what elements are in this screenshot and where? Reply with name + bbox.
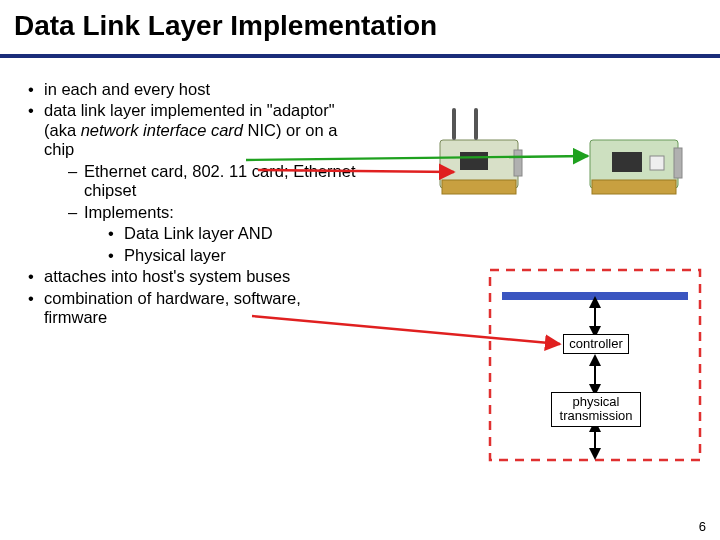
bus-bar xyxy=(502,292,688,300)
svg-rect-5 xyxy=(460,152,488,170)
slide-title: Data Link Layer Implementation xyxy=(14,10,437,42)
page-number: 6 xyxy=(699,519,706,534)
list-item: data link layer implemented in "adaptor"… xyxy=(28,101,368,265)
svg-rect-1 xyxy=(442,180,516,194)
bullet-text: in each and every host xyxy=(44,80,210,98)
bullet-emphasis: network interface card xyxy=(81,121,243,139)
ethernet-nic-icon xyxy=(590,140,682,194)
list-item: Implements: Data Link layer AND Physical… xyxy=(68,203,368,265)
bullet-text: combination of hardware, software, firmw… xyxy=(44,289,301,326)
nic-figure: controller physical transmission xyxy=(420,100,710,480)
bullet-text: Ethernet card, 802. 11 card; Ethernet ch… xyxy=(84,162,356,199)
bullet-text: attaches into host's system buses xyxy=(44,267,290,285)
list-item: Data Link layer AND xyxy=(108,224,368,243)
list-item: in each and every host xyxy=(28,80,368,99)
physical-label: physical transmission xyxy=(551,392,641,427)
bullet-list: in each and every host data link layer i… xyxy=(28,80,368,330)
bullet-text: Implements: xyxy=(84,203,174,221)
title-rule xyxy=(0,54,720,58)
svg-rect-8 xyxy=(674,148,682,178)
list-item: Physical layer xyxy=(108,246,368,265)
list-item: attaches into host's system buses xyxy=(28,267,368,286)
svg-rect-7 xyxy=(592,180,676,194)
svg-rect-10 xyxy=(650,156,664,170)
bullet-text: Physical layer xyxy=(124,246,226,264)
list-item: combination of hardware, software, firmw… xyxy=(28,289,368,328)
controller-label: controller xyxy=(563,334,629,354)
svg-rect-2 xyxy=(514,150,522,176)
bullet-text: Data Link layer AND xyxy=(124,224,273,242)
wireless-nic-icon xyxy=(440,110,522,194)
svg-rect-9 xyxy=(612,152,642,172)
list-item: Ethernet card, 802. 11 card; Ethernet ch… xyxy=(68,162,368,201)
